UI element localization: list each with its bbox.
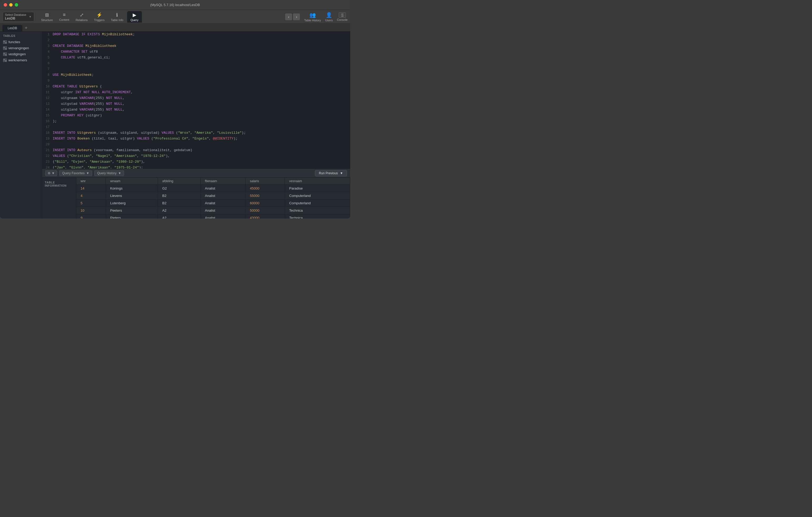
nav-forward-button[interactable]: › (293, 13, 300, 20)
col-salaris[interactable]: salaris (245, 178, 285, 185)
code-line: 21INSERT INTO Auteurs (voornaam, familie… (42, 147, 350, 153)
code-line: 10CREATE TABLE Uitgevers ( (42, 84, 350, 89)
sidebar-item-werknemers[interactable]: werknemers (0, 57, 42, 63)
triggers-label: Triggers (94, 19, 105, 22)
users-label: Users (325, 19, 333, 22)
content-icon: ≡ (63, 12, 66, 18)
table-row[interactable]: 5 Lutenberg B2 Analist 60000 Computerlan… (76, 200, 350, 207)
tab-add-button[interactable]: + (23, 25, 30, 31)
table-history-btn[interactable]: 👥 Table History (304, 12, 321, 22)
cell-wnaam: Lutenberg (106, 200, 158, 207)
tableinfo-icon: ℹ (116, 12, 118, 18)
users-btn[interactable]: 👤 Users (325, 12, 333, 22)
code-line: 7 (42, 66, 350, 72)
col-vesnaam[interactable]: vesnaam (285, 178, 350, 185)
code-line: 15 PRIMARY KEY (uitgnr) (42, 113, 350, 118)
bottom-panel: ⚙ ▼ Query Favorites ▼ Query History ▼ Ru… (42, 169, 350, 219)
svg-rect-3 (3, 40, 5, 42)
query-favorites-button[interactable]: Query Favorites ▼ (59, 170, 92, 176)
run-previous-dropdown-icon: ▼ (340, 171, 343, 175)
table-history-icon: 👥 (309, 12, 316, 18)
col-wnaam[interactable]: wnaam (106, 178, 158, 185)
bottom-toolbar-left: ⚙ ▼ Query Favorites ▼ Query History ▼ (45, 170, 313, 176)
triggers-icon: ⚡ (96, 12, 102, 18)
console-btn[interactable]: console Console (337, 12, 348, 21)
titlebar: (MySQL 5.7.16) localhost/LesDB (0, 0, 350, 10)
table-row[interactable]: 10 Peeters A2 Analist 50000 Technica (76, 207, 350, 214)
svg-rect-18 (3, 59, 5, 60)
cell-afdeling: A2 (158, 207, 201, 214)
relations-label: Relations (76, 19, 88, 22)
run-previous-button[interactable]: Run Previous ▼ (315, 170, 347, 176)
table-row[interactable]: 4 Lievens B2 Analist 55000 Computerland (76, 192, 350, 200)
toolbar-query-btn[interactable]: ▶ Query (127, 11, 142, 23)
nav-back-button[interactable]: ‹ (285, 13, 292, 20)
cell-vesnaam: Technica (285, 207, 350, 214)
col-afdeling[interactable]: afdeling (158, 178, 201, 185)
table-row[interactable]: 9 Pieters A2 Analist 43000 Technica (76, 214, 350, 219)
nav-arrows: ‹ › (285, 13, 300, 20)
sidebar-item-vestigingen[interactable]: vestigingen (0, 51, 42, 57)
sidebar-item-vervangingen[interactable]: vervangingen (0, 45, 42, 51)
window-title: (MySQL 5.7.16) localhost/LesDB (150, 3, 200, 7)
tab-lesdb[interactable]: LesDB (2, 25, 23, 31)
col-ftienaam[interactable]: ftienaam (201, 178, 245, 185)
toolbar-content-btn[interactable]: ≡ Content (57, 11, 72, 22)
cell-ftienaam: Analist (201, 207, 245, 214)
code-line: 18INSERT INTO Uitgevers (uitgnaam, uitgl… (42, 130, 350, 136)
code-line: 17 (42, 124, 350, 130)
code-line: 24("Jay", "Glynn", "Amerikaan", "1975-01… (42, 165, 350, 169)
toolbar-tableinfo-btn[interactable]: ℹ Table Info (108, 11, 126, 23)
cell-wnr: 5 (76, 200, 106, 207)
cell-afdeling: B2 (158, 192, 201, 200)
run-previous-label: Run Previous (319, 171, 338, 175)
code-line: 4 CHARACTER SET utf8 (42, 49, 350, 55)
sidebar-item-functies-label: functies (8, 40, 20, 44)
code-line: 8USE MijnBibliotheek; (42, 72, 350, 78)
svg-rect-14 (5, 54, 7, 56)
sidebar-item-functies[interactable]: functies (0, 39, 42, 45)
minimize-button[interactable] (9, 3, 12, 7)
toolbar-right: ‹ › 👥 Table History 👤 Users console Cons… (285, 12, 348, 22)
toolbar-relations-btn[interactable]: ⤢ Relations (73, 11, 90, 23)
table-row[interactable]: 14 Konings G2 Analist 45000 Paradise (76, 185, 350, 192)
cell-afdeling: A2 (158, 214, 201, 219)
query-icon: ▶ (133, 12, 136, 18)
main-content: TABLES functies (0, 32, 350, 219)
gear-button[interactable]: ⚙ ▼ (45, 170, 57, 176)
sidebar-tables-heading: TABLES (0, 32, 42, 39)
code-line: 14 uitgland VARCHAR(255) NOT NULL, (42, 107, 350, 113)
svg-rect-13 (3, 53, 5, 54)
structure-label: Structure (41, 19, 53, 22)
code-line: 9 (42, 78, 350, 84)
code-line: 6 (42, 61, 350, 66)
toolbar-triggers-btn[interactable]: ⚡ Triggers (91, 11, 107, 23)
cell-salaris: 45000 (245, 185, 285, 192)
code-line: 23("Bill", "Evjen", "Amerikaan", "1980-1… (42, 159, 350, 165)
code-editor[interactable]: 1DROP DATABASE IF EXISTS MijnBibliotheek… (42, 32, 350, 169)
cell-vesnaam: Technica (285, 214, 350, 219)
chevron-down-icon: ▼ (29, 15, 32, 18)
svg-rect-4 (5, 42, 7, 44)
query-history-label: Query History (97, 171, 116, 175)
cell-wnaam: Lievens (106, 192, 158, 200)
traffic-lights (4, 3, 18, 7)
db-selector[interactable]: Select Database LesDB ▼ (3, 12, 34, 22)
code-line: 19INSERT INTO Boeken (titel, taal, uitgn… (42, 136, 350, 142)
cell-afdeling: G2 (158, 185, 201, 192)
structure-icon: ⊞ (45, 12, 49, 18)
toolbar-structure-btn[interactable]: ⊞ Structure (38, 11, 56, 23)
col-wnr[interactable]: wnr (76, 178, 106, 185)
maximize-button[interactable] (15, 3, 18, 7)
cell-vesnaam: Computerland (285, 200, 350, 207)
results-area: TABLE INFORMATION wnr wnaam afdeling fti… (42, 178, 350, 219)
db-selector-name: LesDB (5, 16, 26, 20)
close-button[interactable] (4, 3, 7, 7)
results-table-wrap[interactable]: wnr wnaam afdeling ftienaam salaris vesn… (76, 178, 350, 219)
query-history-button[interactable]: Query History ▼ (94, 170, 124, 176)
cell-vesnaam: Paradise (285, 185, 350, 192)
cell-wnr: 4 (76, 192, 106, 200)
query-favorites-label: Query Favorites (62, 171, 85, 175)
cell-ftienaam: Analist (201, 214, 245, 219)
sidebar-item-werknemers-label: werknemers (8, 58, 27, 62)
